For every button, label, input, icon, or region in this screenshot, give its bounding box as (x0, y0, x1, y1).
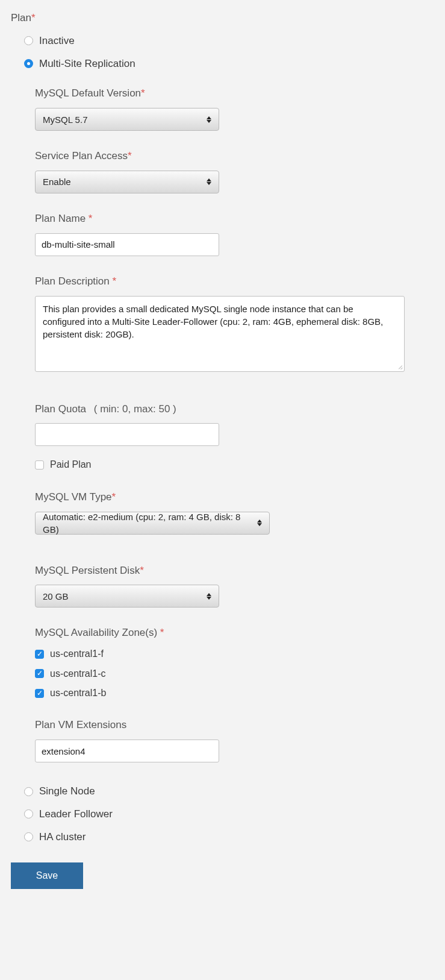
mysql-az-label: MySQL Availability Zone(s) * (35, 626, 434, 640)
plan-description-textarea[interactable]: This plan provides a small dedicated MyS… (35, 296, 405, 372)
service-plan-access-select[interactable]: Enable (35, 171, 219, 193)
radio-icon (24, 832, 33, 841)
select-arrow-icon (207, 593, 211, 600)
paid-plan-label: Paid Plan (50, 458, 92, 471)
radio-ha-cluster[interactable]: HA cluster (24, 830, 434, 844)
radio-icon-checked (24, 59, 33, 68)
checkbox-icon-checked: ✓ (35, 689, 44, 698)
radio-leader-follower-label: Leader Follower (39, 807, 113, 821)
radio-single-node-label: Single Node (39, 784, 95, 799)
az-checkbox-row-0[interactable]: ✓ us-central1-f (35, 647, 434, 661)
mysql-vm-type-select[interactable]: Automatic: e2-medium (cpu: 2, ram: 4 GB,… (35, 512, 270, 535)
radio-multi-site[interactable]: Multi-Site Replication (24, 57, 434, 71)
plan-section-label: Plan* (11, 11, 434, 25)
mysql-persistent-disk-value: 20 GB (43, 590, 69, 603)
select-arrow-icon (257, 520, 262, 526)
service-plan-access-label: Service Plan Access* (35, 149, 434, 163)
plan-quota-label: Plan Quota ( min: 0, max: 50 ) (35, 402, 434, 416)
radio-icon (24, 809, 33, 818)
radio-single-node[interactable]: Single Node (24, 784, 434, 799)
save-button[interactable]: Save (11, 862, 83, 889)
radio-multi-site-label: Multi-Site Replication (39, 57, 135, 71)
service-plan-access-value: Enable (43, 175, 71, 188)
radio-leader-follower[interactable]: Leader Follower (24, 807, 434, 821)
required-marker: * (31, 12, 36, 24)
mysql-vm-type-label: MySQL VM Type* (35, 490, 434, 504)
select-arrow-icon (207, 116, 211, 123)
mysql-persistent-disk-label: MySQL Persistent Disk* (35, 564, 434, 578)
az-checkbox-row-1[interactable]: ✓ us-central1-c (35, 667, 434, 680)
plan-description-label: Plan Description * (35, 274, 434, 289)
radio-icon (24, 36, 33, 45)
mysql-persistent-disk-select[interactable]: 20 GB (35, 585, 219, 608)
plan-description-value: This plan provides a small dedicated MyS… (43, 304, 383, 339)
az-checkbox-row-2[interactable]: ✓ us-central1-b (35, 686, 434, 700)
radio-inactive-label: Inactive (39, 34, 75, 48)
radio-ha-cluster-label: HA cluster (39, 830, 86, 844)
mysql-version-label: MySQL Default Version* (35, 86, 434, 101)
plan-quota-input[interactable] (35, 423, 219, 446)
radio-icon (24, 787, 33, 796)
mysql-version-value: MySQL 5.7 (43, 113, 87, 126)
az-name-0: us-central1-f (50, 647, 104, 661)
checkbox-icon (35, 460, 44, 470)
vm-extensions-label: Plan VM Extensions (35, 718, 434, 732)
vm-extensions-value: extension4 (42, 745, 86, 758)
save-button-label: Save (36, 870, 58, 881)
plan-name-input[interactable]: db-multi-site-small (35, 233, 219, 256)
checkbox-icon-checked: ✓ (35, 650, 44, 659)
radio-inactive[interactable]: Inactive (24, 34, 434, 48)
mysql-vm-type-value: Automatic: e2-medium (cpu: 2, ram: 4 GB,… (43, 510, 257, 536)
checkbox-icon-checked: ✓ (35, 669, 44, 678)
paid-plan-checkbox-row[interactable]: Paid Plan (35, 458, 434, 471)
resize-grip-icon[interactable] (397, 364, 403, 370)
mysql-version-select[interactable]: MySQL 5.7 (35, 108, 219, 131)
az-name-2: us-central1-b (50, 686, 106, 700)
plan-quota-hint: ( min: 0, max: 50 ) (94, 403, 176, 415)
plan-name-value: db-multi-site-small (42, 238, 115, 251)
select-arrow-icon (207, 178, 211, 185)
az-name-1: us-central1-c (50, 667, 105, 680)
vm-extensions-input[interactable]: extension4 (35, 740, 219, 762)
plan-name-label: Plan Name * (35, 212, 434, 226)
